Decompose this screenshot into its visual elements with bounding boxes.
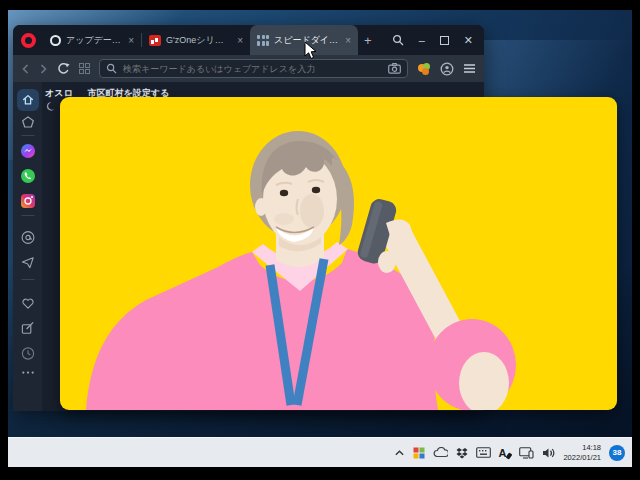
tab-close-icon[interactable]: × — [345, 35, 351, 46]
dark-mode-moon-icon[interactable] — [45, 101, 56, 112]
ime-mode-icon[interactable]: A — [499, 447, 512, 459]
reload-icon[interactable] — [57, 62, 70, 75]
tab-bar: アップデート & リカバリ × G'zOneシリーズ20周年記 × スピードダイ… — [13, 25, 484, 55]
sidebar-star-icon[interactable] — [20, 115, 35, 130]
clock-time: 14:18 — [563, 443, 601, 453]
instagram-icon[interactable] — [20, 193, 36, 209]
notification-count-badge[interactable]: 38 — [609, 445, 625, 461]
screen: アップデート & リカバリ × G'zOneシリーズ20周年記 × スピードダイ… — [0, 0, 640, 480]
snapshot-camera-icon[interactable] — [388, 63, 401, 74]
desktop[interactable]: アップデート & リカバリ × G'zOneシリーズ20周年記 × スピードダイ… — [8, 10, 632, 467]
taskbar-clock[interactable]: 14:18 2022/01/21 — [563, 443, 601, 463]
back-icon[interactable] — [21, 63, 30, 75]
tab-update-recovery[interactable]: アップデート & リカバリ × — [43, 25, 141, 55]
tab-close-icon[interactable]: × — [128, 35, 134, 46]
tab-label: G'zOneシリーズ20周年記 — [166, 34, 232, 47]
easy-setup-menu-icon[interactable] — [463, 63, 476, 74]
history-clock-icon[interactable] — [20, 346, 35, 361]
overlay-illustration — [60, 97, 617, 410]
search-icon — [106, 63, 117, 74]
profile-icon[interactable] — [440, 62, 454, 76]
tab-search-icon[interactable] — [392, 34, 404, 46]
bookmarks-heart-icon[interactable] — [20, 296, 35, 311]
forward-icon[interactable] — [39, 63, 48, 75]
sidebar-divider — [21, 279, 34, 280]
maximize-button[interactable] — [440, 36, 449, 45]
connected-device-icon[interactable] — [519, 447, 534, 459]
start-page-grid-icon[interactable] — [79, 63, 90, 74]
my-flow-compose-icon[interactable] — [20, 321, 35, 336]
tab-close-icon[interactable]: × — [237, 35, 243, 46]
extension-icon[interactable] — [417, 62, 431, 76]
clock-date: 2022/01/21 — [563, 453, 601, 463]
site-favicon — [149, 35, 161, 46]
sidebar-more-options-icon[interactable] — [20, 370, 35, 375]
at-circle-icon[interactable] — [20, 230, 35, 245]
address-input[interactable] — [123, 64, 382, 74]
speed-dial-favicon — [257, 35, 269, 46]
windows-taskbar: A 14:18 2022/01/21 38 — [8, 437, 632, 467]
tab-gzone[interactable]: G'zOneシリーズ20周年記 × — [142, 25, 250, 55]
volume-icon[interactable] — [542, 447, 555, 459]
sidebar-speed-dial-home-icon[interactable] — [17, 89, 39, 111]
navigation-toolbar — [13, 55, 484, 82]
whatsapp-icon[interactable] — [20, 168, 36, 184]
dropbox-icon[interactable] — [456, 447, 468, 459]
opera-menu-icon[interactable] — [21, 33, 36, 48]
sidebar — [13, 82, 42, 411]
new-tab-button[interactable]: + — [364, 33, 372, 48]
opera-favicon — [50, 35, 61, 46]
close-window-button[interactable]: ✕ — [464, 35, 473, 46]
minimize-button[interactable]: – — [419, 35, 425, 46]
tab-label: アップデート & リカバリ — [66, 34, 123, 47]
sidebar-divider — [21, 135, 34, 136]
touch-keyboard-icon[interactable] — [476, 447, 491, 458]
mouse-cursor — [304, 41, 317, 60]
sidebar-divider — [21, 215, 34, 216]
telegram-plane-icon[interactable] — [20, 255, 35, 270]
hidden-icons-chevron[interactable] — [394, 448, 405, 458]
messenger-icon[interactable] — [20, 143, 36, 159]
color-app-tray-icon[interactable] — [413, 447, 425, 459]
onedrive-cloud-icon[interactable] — [433, 447, 448, 458]
address-bar[interactable] — [99, 59, 408, 78]
